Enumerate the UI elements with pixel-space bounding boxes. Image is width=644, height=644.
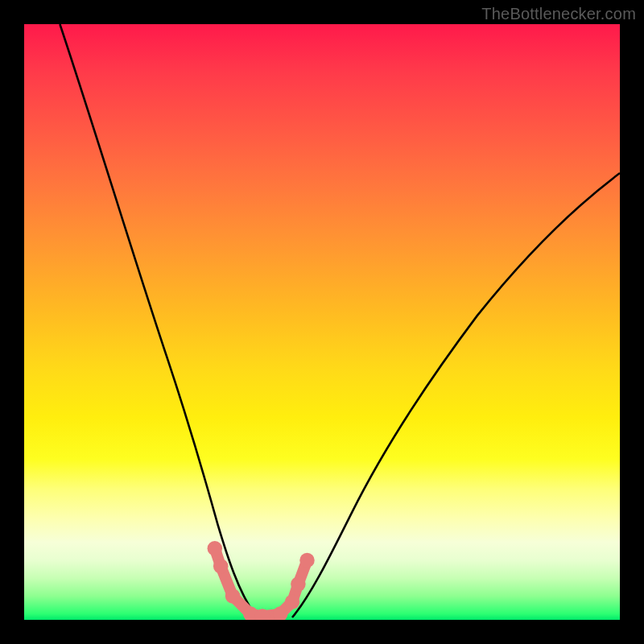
- marker-dot: [208, 541, 223, 556]
- attribution-text: TheBottlenecker.com: [481, 5, 636, 23]
- marker-dot: [213, 559, 229, 574]
- outer-frame: TheBottlenecker.com: [0, 0, 644, 644]
- marker-dot: [285, 595, 300, 610]
- left-curve: [60, 24, 256, 617]
- right-curve: [292, 173, 620, 617]
- marker-dot: [225, 588, 241, 604]
- marker-dot: [299, 553, 315, 568]
- chart-svg: [24, 24, 620, 620]
- marker-dot: [291, 576, 306, 592]
- plot-area: [24, 24, 620, 620]
